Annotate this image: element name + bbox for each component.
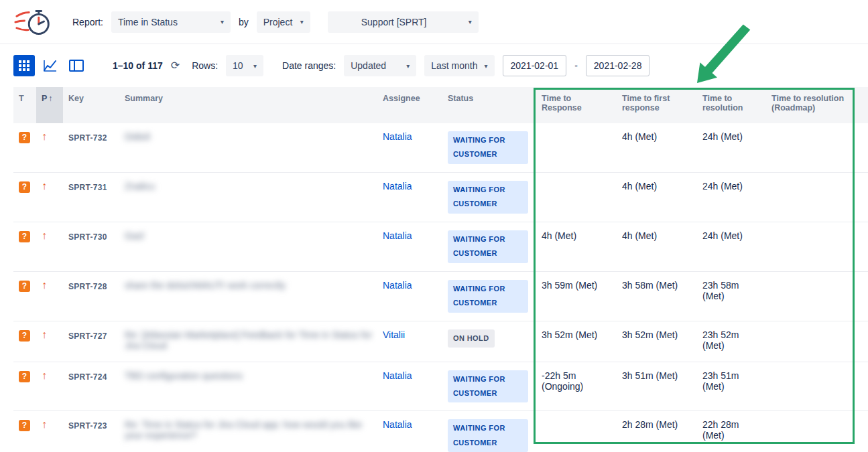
scope-select[interactable]: Project ▾ xyxy=(257,11,310,33)
priority-high-icon: ↑ xyxy=(42,419,47,430)
stopwatch-logo-icon xyxy=(13,5,55,40)
table-row[interactable]: ? ↑ SPRT-731 Znalicu Natalia Waiting for… xyxy=(13,172,868,222)
time-to-resolution-roadmap-value xyxy=(766,411,868,452)
chevron-down-icon: ▾ xyxy=(484,62,487,70)
issue-key[interactable]: SPRT-728 xyxy=(63,271,119,321)
column-view-button[interactable] xyxy=(66,55,87,76)
assignee-link[interactable]: Natalia xyxy=(383,280,412,291)
summary-text-blurred: Re: Time in Status for Jira Cloud app: h… xyxy=(125,419,362,441)
issue-key[interactable]: SPRT-727 xyxy=(63,321,119,362)
column-header-summary[interactable]: Summary xyxy=(119,87,377,123)
summary-text-blurred: TBD configuration questions xyxy=(125,370,243,381)
project-value: Support [SPRT] xyxy=(361,17,427,27)
status-badge: Waiting for customer xyxy=(448,230,528,263)
time-to-resolution-value: 23h 52m (Met) xyxy=(697,321,766,362)
app-logo xyxy=(13,5,55,40)
time-to-first-response-value: 4h (Met) xyxy=(617,222,697,271)
column-header-time-to-resolution[interactable]: Time to resolution xyxy=(697,87,766,123)
time-to-resolution-roadmap-value xyxy=(766,222,868,271)
time-to-resolution-roadmap-value xyxy=(766,123,868,172)
time-to-first-response-value: 3h 51m (Met) xyxy=(617,362,697,411)
column-header-type[interactable]: T xyxy=(13,87,36,123)
column-header-time-to-first-response[interactable]: Time to first response xyxy=(617,87,697,123)
time-to-response-value: -22h 5m (Ongoing) xyxy=(536,362,617,411)
time-to-response-value xyxy=(536,411,617,452)
question-issue-type-icon: ? xyxy=(19,281,30,292)
line-chart-icon xyxy=(44,60,57,72)
question-issue-type-icon: ? xyxy=(19,132,30,143)
date-to-input[interactable]: 2021-02-28 xyxy=(586,55,650,76)
status-badge: Waiting for customer xyxy=(448,370,528,403)
date-ranges-label: Date ranges: xyxy=(282,60,336,71)
question-issue-type-icon: ? xyxy=(19,231,30,242)
status-badge: Waiting for customer xyxy=(448,419,528,452)
priority-high-icon: ↑ xyxy=(42,180,47,192)
date-field-select[interactable]: Updated ▾ xyxy=(344,55,416,76)
chevron-down-icon: ▾ xyxy=(469,18,472,25)
time-to-first-response-value: 4h (Met) xyxy=(617,172,697,222)
chart-view-button[interactable] xyxy=(40,55,61,76)
chevron-down-icon: ▾ xyxy=(406,62,410,70)
date-preset-select[interactable]: Last month ▾ xyxy=(424,55,494,76)
time-to-resolution-roadmap-value xyxy=(766,271,868,321)
column-header-time-to-resolution-roadmap[interactable]: Time to resolution (Roadmap) xyxy=(766,87,868,123)
priority-high-icon: ↑ xyxy=(42,329,47,340)
top-bar: Report: Time in Status ▾ by Project ▾ Su… xyxy=(0,0,868,44)
time-to-first-response-value: 3h 58m (Met) xyxy=(617,271,697,321)
time-to-first-response-value: 2h 28m (Met) xyxy=(617,411,697,452)
table-row[interactable]: ? ↑ SPRT-730 Gazl Natalia Waiting for cu… xyxy=(13,222,868,271)
time-to-resolution-value: 24h (Met) xyxy=(697,123,766,172)
assignee-link[interactable]: Natalia xyxy=(383,181,412,192)
table-row[interactable]: ? ↑ SPRT-724 TBD configuration questions… xyxy=(13,362,868,411)
time-to-resolution-value: 24h (Met) xyxy=(697,172,766,222)
table-row[interactable]: ? ↑ SPRT-732 Didioli Natalia Waiting for… xyxy=(13,123,868,172)
table-view-button[interactable] xyxy=(13,55,35,76)
date-field-value: Updated xyxy=(351,60,386,71)
view-switcher xyxy=(13,55,87,76)
assignee-link[interactable]: Natalia xyxy=(383,230,412,241)
assignee-link[interactable]: Vitalii xyxy=(383,329,405,340)
column-header-assignee[interactable]: Assignee xyxy=(377,87,442,123)
table-row[interactable]: ? ↑ SPRT-723 Re: Time in Status for Jira… xyxy=(13,411,868,452)
table-row[interactable]: ? ↑ SPRT-728 share the dolsichMAUTr work… xyxy=(13,271,868,321)
rows-per-page-value: 10 xyxy=(233,60,243,71)
issue-key[interactable]: SPRT-730 xyxy=(63,222,119,271)
refresh-icon[interactable]: ⟳ xyxy=(171,60,180,71)
time-to-response-value xyxy=(536,123,617,172)
issues-table: T P↑ Key Summary Assignee Status Time to… xyxy=(13,87,868,452)
assignee-link[interactable]: Natalia xyxy=(383,419,412,430)
rows-label: Rows: xyxy=(192,60,218,71)
question-issue-type-icon: ? xyxy=(19,371,30,382)
time-to-first-response-value: 3h 52m (Met) xyxy=(617,321,697,362)
issue-key[interactable]: SPRT-723 xyxy=(63,411,119,452)
issue-key[interactable]: SPRT-724 xyxy=(63,362,119,411)
column-header-key[interactable]: Key xyxy=(63,87,119,123)
chevron-down-icon: ▾ xyxy=(253,62,257,70)
board-view-icon xyxy=(69,60,84,72)
assignee-link[interactable]: Natalia xyxy=(383,370,412,381)
by-label: by xyxy=(239,17,249,27)
summary-text-blurred: Znalicu xyxy=(125,181,155,192)
status-badge: Waiting for customer xyxy=(448,280,528,313)
rows-per-page-select[interactable]: 10 ▾ xyxy=(226,55,263,76)
priority-high-icon: ↑ xyxy=(42,370,47,381)
status-badge: On Hold xyxy=(448,329,495,348)
priority-high-icon: ↑ xyxy=(42,230,47,241)
date-range-separator: - xyxy=(574,60,578,71)
project-select[interactable]: Support [SPRT] ▾ xyxy=(328,11,479,33)
time-to-response-value: 4h (Met) xyxy=(536,222,617,271)
column-header-time-to-response[interactable]: Time to Response xyxy=(536,87,617,123)
assignee-link[interactable]: Natalia xyxy=(383,131,412,142)
time-to-resolution-value: 24h (Met) xyxy=(697,222,766,271)
column-header-priority[interactable]: P↑ xyxy=(36,87,63,123)
report-type-select[interactable]: Time in Status ▾ xyxy=(111,11,231,33)
issue-key[interactable]: SPRT-731 xyxy=(63,172,119,222)
priority-high-icon: ↑ xyxy=(42,279,47,291)
time-to-resolution-roadmap-value xyxy=(766,362,868,411)
table-row[interactable]: ? ↑ SPRT-727 Re: [Atlassian Marketplace]… xyxy=(13,321,868,362)
time-to-resolution-roadmap-value xyxy=(766,172,868,222)
date-from-input[interactable]: 2021-02-01 xyxy=(503,55,567,76)
column-header-status[interactable]: Status xyxy=(442,87,536,123)
issue-key[interactable]: SPRT-732 xyxy=(63,123,119,172)
time-to-response-value: 3h 59m (Met) xyxy=(536,271,617,321)
